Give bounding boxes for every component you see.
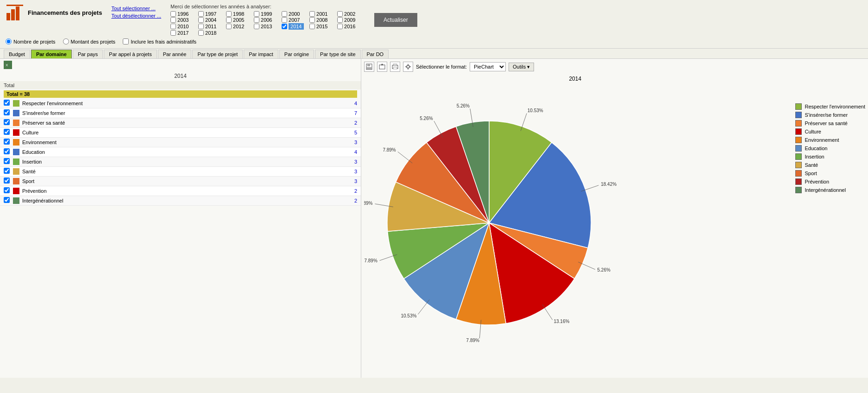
year-2016-checkbox[interactable] bbox=[337, 24, 343, 29]
row-value: 7 bbox=[343, 110, 357, 116]
year-2004[interactable]: 2004 bbox=[198, 17, 226, 23]
year-2004-checkbox[interactable] bbox=[198, 17, 204, 23]
year-2013-checkbox[interactable] bbox=[254, 24, 259, 29]
radio-amounts[interactable]: Montant des projets bbox=[63, 38, 116, 44]
year-2017[interactable]: 2017 bbox=[170, 30, 198, 36]
year-2009-checkbox[interactable] bbox=[337, 17, 343, 23]
year-1999[interactable]: 1999 bbox=[254, 11, 282, 17]
year-2001-checkbox[interactable] bbox=[309, 11, 315, 17]
svg-rect-7 bbox=[367, 64, 370, 66]
year-2001[interactable]: 2001 bbox=[309, 11, 337, 17]
row-checkbox[interactable] bbox=[4, 177, 13, 185]
tab-budget[interactable]: Budget bbox=[4, 50, 30, 58]
radio-amounts-input[interactable] bbox=[63, 38, 69, 44]
pie-label-line bbox=[418, 300, 429, 315]
year-2014-checkbox[interactable] bbox=[282, 24, 287, 29]
year-2006[interactable]: 2006 bbox=[254, 17, 282, 23]
checkbox-admin[interactable]: Inclure les frais administratifs bbox=[123, 38, 196, 44]
chart-options-icon[interactable] bbox=[403, 62, 413, 72]
legend-label: Intergénérationnel bbox=[805, 187, 846, 193]
years-grid: 1996 1997 1998 1999 2000 2001 2002 2003 … bbox=[170, 11, 365, 36]
select-all-link[interactable]: Tout sélectionner ... bbox=[111, 6, 161, 11]
year-2005-checkbox[interactable] bbox=[226, 17, 232, 23]
year-2017-checkbox[interactable] bbox=[170, 30, 176, 36]
tab-par-domaine[interactable]: Par domaine bbox=[31, 50, 72, 58]
year-2018[interactable]: 2018 bbox=[198, 30, 226, 36]
year-2003[interactable]: 2003 bbox=[170, 17, 198, 23]
year-2007[interactable]: 2007 bbox=[282, 17, 309, 23]
year-2015[interactable]: 2015 bbox=[309, 23, 337, 30]
tab-par-appel[interactable]: Par appel à projets bbox=[104, 50, 157, 58]
row-checkbox[interactable] bbox=[4, 168, 13, 175]
year-2014[interactable]: 2014 bbox=[282, 23, 309, 30]
row-checkbox[interactable] bbox=[4, 119, 13, 127]
row-checkbox[interactable] bbox=[4, 187, 13, 195]
year-2015-checkbox[interactable] bbox=[309, 24, 315, 29]
year-2009[interactable]: 2009 bbox=[337, 17, 365, 23]
row-checkbox[interactable] bbox=[4, 100, 13, 107]
year-2000-checkbox[interactable] bbox=[282, 11, 287, 17]
checkbox-admin-input[interactable] bbox=[123, 38, 129, 44]
tab-par-type-projet[interactable]: Par type de projet bbox=[192, 50, 243, 58]
year-2008[interactable]: 2008 bbox=[309, 17, 337, 23]
table-row: Insertion 3 bbox=[0, 157, 361, 167]
table-row: Prévention 2 bbox=[0, 186, 361, 196]
year-2000[interactable]: 2000 bbox=[282, 11, 309, 17]
year-1998[interactable]: 1998 bbox=[226, 11, 254, 17]
row-checkbox[interactable] bbox=[4, 158, 13, 165]
year-1999-checkbox[interactable] bbox=[254, 11, 259, 17]
radio-nb-projects[interactable]: Nombre de projets bbox=[6, 38, 56, 44]
year-2013[interactable]: 2013 bbox=[254, 23, 282, 30]
tab-par-annee[interactable]: Par année bbox=[158, 50, 192, 58]
year-2016[interactable]: 2016 bbox=[337, 23, 365, 30]
year-2010-checkbox[interactable] bbox=[170, 24, 176, 29]
chart-export-icon[interactable] bbox=[377, 62, 387, 72]
year-2008-checkbox[interactable] bbox=[309, 17, 315, 23]
legend-item: Sport bbox=[795, 170, 865, 177]
row-color-swatch bbox=[13, 129, 19, 136]
row-checkbox[interactable] bbox=[4, 148, 13, 156]
pie-label-text: 5.26% bbox=[598, 267, 610, 273]
tab-par-pays[interactable]: Par pays bbox=[73, 50, 103, 58]
year-1998-checkbox[interactable] bbox=[226, 11, 232, 17]
deselect-all-link[interactable]: Tout désélectionner ... bbox=[111, 13, 161, 19]
year-2002[interactable]: 2002 bbox=[337, 11, 365, 17]
year-2006-checkbox[interactable] bbox=[254, 17, 259, 23]
row-checkbox[interactable] bbox=[4, 139, 13, 146]
svg-rect-8 bbox=[367, 67, 371, 69]
chart-title: 2014 bbox=[364, 76, 786, 82]
year-2010[interactable]: 2010 bbox=[170, 23, 198, 30]
row-checkbox[interactable] bbox=[4, 129, 13, 136]
tab-par-do[interactable]: Par DO bbox=[362, 50, 389, 58]
tab-par-origine[interactable]: Par origine bbox=[279, 50, 314, 58]
year-2011-checkbox[interactable] bbox=[198, 24, 204, 29]
year-1997-checkbox[interactable] bbox=[198, 11, 204, 17]
chart-save-icon[interactable] bbox=[364, 62, 374, 72]
tab-par-impact[interactable]: Par impact bbox=[244, 50, 278, 58]
chart-print-icon[interactable] bbox=[390, 62, 400, 72]
radio-nb-projects-input[interactable] bbox=[6, 38, 12, 44]
export-excel-icon[interactable]: X bbox=[4, 61, 12, 69]
format-select[interactable]: PieChart BarChart LineChart bbox=[470, 62, 506, 71]
year-2011[interactable]: 2011 bbox=[198, 23, 226, 30]
refresh-button[interactable]: Actualiser bbox=[374, 13, 417, 27]
year-2012[interactable]: 2012 bbox=[226, 23, 254, 30]
year-2003-checkbox[interactable] bbox=[170, 17, 176, 23]
row-label: Respecter l'environnement bbox=[22, 101, 343, 106]
row-checkbox[interactable] bbox=[4, 109, 13, 117]
year-2012-checkbox[interactable] bbox=[226, 24, 232, 29]
year-2018-checkbox[interactable] bbox=[198, 30, 204, 36]
main-content: X 2014 Total Total = 38 Respecter l'envi… bbox=[0, 59, 868, 378]
tools-button[interactable]: Outils ▾ bbox=[509, 63, 534, 71]
year-2005[interactable]: 2005 bbox=[226, 17, 254, 23]
year-2007-checkbox[interactable] bbox=[282, 17, 287, 23]
year-header: 2014 bbox=[0, 71, 361, 81]
year-2002-checkbox[interactable] bbox=[337, 11, 343, 17]
legend-label: Prévention bbox=[805, 179, 829, 184]
tab-par-type-site[interactable]: Par type de site bbox=[315, 50, 360, 58]
year-1996-checkbox[interactable] bbox=[170, 11, 176, 17]
pie-label-text: 10.53% bbox=[401, 313, 416, 318]
year-1997[interactable]: 1997 bbox=[198, 11, 226, 17]
row-checkbox[interactable] bbox=[4, 197, 13, 204]
year-1996[interactable]: 1996 bbox=[170, 11, 198, 17]
